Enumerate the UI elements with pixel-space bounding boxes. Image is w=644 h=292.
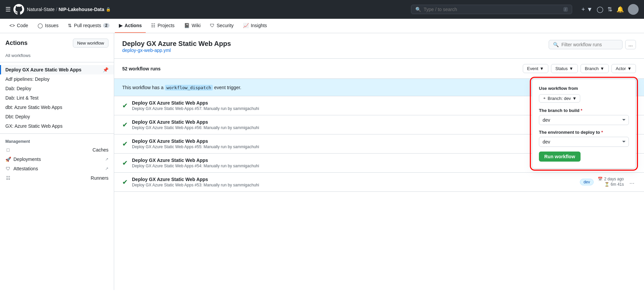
run-subtitle: Deploy GX Azure Static Web Apps #54: Man…	[132, 164, 572, 168]
hamburger-icon[interactable]: ☰	[5, 6, 11, 13]
calendar-icon: 📅	[598, 177, 603, 181]
branch-build-select[interactable]: dev	[539, 115, 629, 125]
status-filter-btn[interactable]: Status ▼	[551, 64, 578, 73]
sidebar-item-runners[interactable]: ☷ Runners	[0, 173, 114, 183]
repo-path: Natural-State / NIP-Lakehouse-Data 🔒	[27, 7, 111, 12]
branch-filter-btn[interactable]: Branch ▼	[581, 64, 609, 73]
actions-icon: ▶	[119, 23, 123, 28]
main-content: Deploy GX Azure Static Web Apps deploy-g…	[114, 33, 644, 290]
dispatch-text: This workflow has a workflow_dispatch ev…	[122, 85, 241, 90]
branch-label: Branch	[585, 66, 599, 71]
code-icon: <>	[9, 23, 15, 28]
tab-pr-label: Pull requests	[74, 23, 101, 28]
tab-actions[interactable]: ▶ Actions	[115, 19, 146, 33]
filter-buttons: Event ▼ Status ▼ Branch ▼ Actor ▼	[523, 64, 636, 73]
search-input[interactable]	[424, 7, 561, 12]
sidebar-item-dbt-azure[interactable]: dbt: Azure Static Web Apps	[0, 103, 114, 112]
run-status-success-icon: ✔	[122, 121, 128, 129]
sidebar-item-attestations[interactable]: 🛡 Attestations ↗	[0, 164, 114, 173]
dispatch-text-after: event trigger.	[214, 85, 241, 90]
run-status-success-icon: ✔	[122, 178, 128, 186]
event-label: Event	[527, 66, 538, 71]
sub-navigation: <> Code ◯ Issues ⇅ Pull requests 2 ▶ Act…	[0, 19, 644, 33]
runners-label: Runners	[91, 175, 108, 181]
org-name[interactable]: Natural-State	[27, 7, 54, 12]
filter-input-wrapper[interactable]: 🔍	[549, 40, 623, 49]
tab-insights[interactable]: 📈 Insights	[239, 19, 271, 33]
filter-workflow-input[interactable]	[561, 42, 620, 47]
run-time: 2 days ago	[604, 177, 624, 181]
inbox-icon[interactable]: 🔔	[616, 6, 624, 13]
tab-insights-label: Insights	[251, 23, 267, 28]
global-search[interactable]: 🔍 /	[411, 5, 572, 14]
event-filter-btn[interactable]: Event ▼	[523, 64, 548, 73]
sidebar-item-dab-lint[interactable]: Dab: Lint & Test	[0, 93, 114, 103]
lock-icon: 🔒	[106, 7, 111, 12]
branch-required: *	[581, 108, 582, 113]
sidebar-item-caches[interactable]: □ Caches	[0, 145, 114, 155]
tab-code-label: Code	[17, 23, 28, 28]
tab-security[interactable]: 🛡 Security	[206, 19, 238, 33]
sidebar-item-label: Adf pipelines: Deploy	[5, 76, 108, 82]
new-item-button[interactable]: + ▼	[582, 6, 593, 13]
more-options-button[interactable]: …	[625, 40, 636, 49]
rocket-icon: 🚀	[5, 157, 11, 162]
workflow-file-link[interactable]: deploy-gx-web-app.yml	[122, 48, 171, 53]
repo-name[interactable]: NIP-Lakehouse-Data	[58, 7, 104, 12]
sidebar-divider-mgmt	[0, 133, 114, 134]
sidebar-item-deploy-gx[interactable]: Deploy GX Azure Static Web Apps 📌	[0, 65, 114, 74]
projects-icon: ☷	[151, 23, 155, 28]
tab-actions-label: Actions	[125, 23, 142, 28]
cache-icon: □	[5, 147, 11, 153]
actor-label: Actor	[616, 66, 626, 71]
branch-chevron: ▼	[600, 66, 604, 71]
ext-link-icon: ↗	[105, 157, 108, 162]
tab-code[interactable]: <> Code	[5, 19, 32, 33]
sidebar-item-label: Dbt: Deploy	[5, 114, 108, 119]
table-row[interactable]: ✔ Deploy GX Azure Static Web Apps Deploy…	[114, 173, 644, 192]
tab-wiki[interactable]: 📓 Wiki	[180, 19, 204, 33]
tab-pullrequests[interactable]: ⇅ Pull requests 2	[64, 19, 113, 33]
sidebar-item-adf[interactable]: Adf pipelines: Deploy	[0, 74, 114, 84]
runs-count: 52 workflow runs	[122, 66, 160, 71]
sidebar-item-label: dbt: Azure Static Web Apps	[5, 105, 108, 110]
run-status-success-icon: ✔	[122, 159, 128, 167]
shield-icon: 🛡	[5, 166, 11, 171]
tab-projects[interactable]: ☷ Projects	[147, 19, 179, 33]
run-info: Deploy GX Azure Static Web Apps Deploy G…	[132, 177, 576, 187]
sidebar-item-deployments[interactable]: 🚀 Deployments ↗	[0, 155, 114, 164]
tab-issues[interactable]: ◯ Issues	[34, 19, 62, 33]
new-workflow-button[interactable]: New workflow	[73, 39, 108, 48]
search-icon: 🔍	[415, 7, 421, 12]
activity-icon[interactable]: ◯	[597, 6, 603, 13]
popup-run-workflow-button[interactable]: Run workflow	[539, 152, 581, 162]
pin-icon[interactable]: 📌	[103, 67, 108, 72]
insights-icon: 📈	[243, 23, 249, 28]
env-required: *	[601, 130, 603, 135]
run-more-button[interactable]: …	[628, 178, 636, 186]
svg-point-1	[630, 11, 637, 15]
all-workflows-label[interactable]: All workflows	[0, 52, 114, 59]
env-deploy-select[interactable]: dev	[539, 137, 629, 147]
sidebar-item-dab-deploy[interactable]: Dab: Deploy	[0, 84, 114, 93]
avatar[interactable]	[628, 4, 639, 15]
tab-issues-label: Issues	[45, 23, 58, 28]
sidebar-item-dbt-deploy[interactable]: Dbt: Deploy	[0, 112, 114, 121]
runs-list-header: 52 workflow runs Event ▼ Status ▼ Branch…	[114, 59, 644, 79]
branch-build-label: The branch to build *	[539, 108, 629, 113]
workflow-title: Deploy GX Azure Static Web Apps	[122, 40, 231, 48]
search-shortcut: /	[563, 7, 568, 12]
pull-request-icon[interactable]: ⇅	[607, 6, 612, 13]
security-icon: 🛡	[210, 23, 215, 28]
dispatch-code: workflow_dispatch	[165, 85, 213, 91]
sidebar-divider-top	[0, 62, 114, 62]
top-navigation: ☰ Natural-State / NIP-Lakehouse-Data 🔒 🔍…	[0, 0, 644, 19]
workflow-header: Deploy GX Azure Static Web Apps deploy-g…	[114, 33, 644, 59]
pr-icon: ⇅	[68, 23, 72, 28]
actor-filter-btn[interactable]: Actor ▼	[611, 64, 636, 73]
sidebar: Actions New workflow All workflows Deplo…	[0, 33, 114, 290]
wiki-icon: 📓	[184, 23, 190, 28]
sidebar-item-gx-azure[interactable]: GX: Azure Static Web Apps	[0, 121, 114, 131]
clock-icon: ⏳	[604, 182, 609, 187]
branch-selector[interactable]: ⚬ Branch: dev ▼	[539, 94, 580, 103]
